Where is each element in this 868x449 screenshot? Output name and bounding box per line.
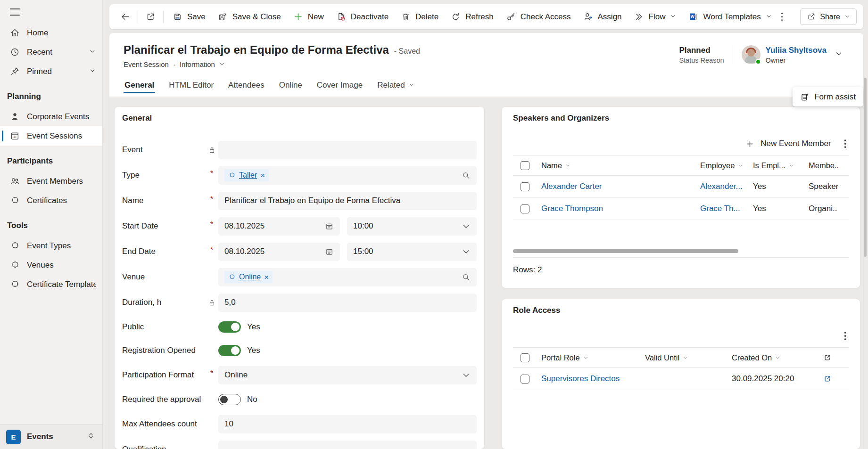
search-icon[interactable] — [462, 171, 471, 180]
app-switcher[interactable]: E Events — [0, 424, 102, 449]
start-date-field[interactable]: 08.10.2025 — [218, 217, 340, 236]
save-close-button[interactable]: Save & Close — [212, 8, 287, 26]
owner-name[interactable]: Yuliia Shyltsova — [766, 46, 827, 55]
field-end-date: End Date * 08.10.2025 15:00 — [122, 239, 477, 264]
partial-field[interactable] — [218, 441, 477, 449]
chevron-updown-icon[interactable] — [87, 432, 95, 442]
column-header-member[interactable]: Membe.. — [809, 161, 849, 170]
event-field[interactable] — [218, 141, 477, 159]
remove-tag-icon[interactable]: × — [260, 171, 265, 180]
registration-toggle[interactable] — [218, 345, 241, 356]
tab-related[interactable]: Related — [377, 81, 414, 97]
venue-tag[interactable]: Online × — [224, 271, 273, 283]
puzzle-icon — [10, 279, 20, 289]
role-access-more-button[interactable] — [842, 332, 849, 340]
lock-icon — [208, 146, 216, 154]
end-time-field[interactable]: 15:00 — [347, 243, 477, 261]
duration-field[interactable]: 5,0 — [218, 294, 477, 312]
owner-block[interactable]: Yuliia Shyltsova Owner — [742, 45, 827, 64]
end-date-field[interactable]: 08.10.2025 — [218, 243, 340, 261]
column-header-valid-until[interactable]: Valid Until — [645, 353, 732, 362]
sidebar-item-event-members[interactable]: Event Members — [0, 171, 102, 191]
public-toggle[interactable] — [218, 321, 241, 333]
table-row[interactable]: Alexander Carter Alexander... Yes Speake… — [513, 176, 849, 198]
check-access-button[interactable]: Check Access — [500, 8, 577, 26]
tab-general[interactable]: General — [124, 81, 154, 97]
table-row[interactable]: Grace Thompson Grace Th... Yes Organi.. — [513, 198, 849, 220]
sidebar-item-certificate-templates[interactable]: Certificate Templates — [0, 275, 102, 294]
name-field[interactable]: Planificar el Trabajo en Equipo de Forma… — [218, 192, 477, 210]
portal-role-link[interactable]: Supervisores Directos — [541, 374, 620, 383]
sidebar-item-recent[interactable]: Recent — [0, 42, 102, 62]
employee-link[interactable]: Grace Th... — [700, 204, 740, 213]
chevron-down-icon[interactable] — [89, 48, 96, 57]
sidebar-item-pinned[interactable]: Pinned — [0, 62, 102, 81]
remove-tag-icon[interactable]: × — [264, 273, 269, 281]
select-all-checkbox[interactable] — [521, 353, 529, 362]
sidebar-item-home[interactable]: Home — [0, 23, 102, 42]
employee-link[interactable]: Alexander... — [700, 182, 743, 191]
column-header-employee[interactable]: Employee — [700, 161, 753, 170]
required-marker: * — [210, 248, 214, 253]
chevron-down-icon[interactable] — [462, 247, 471, 256]
row-checkbox[interactable] — [521, 375, 529, 384]
delete-button[interactable]: Delete — [395, 8, 444, 26]
max-attendees-field[interactable]: 10 — [218, 415, 477, 433]
row-checkbox[interactable] — [521, 204, 529, 213]
column-header-is-employee[interactable]: Is Empl... — [753, 161, 809, 170]
chevron-down-icon[interactable] — [462, 222, 471, 231]
tag-label[interactable]: Online — [239, 273, 261, 281]
tab-online[interactable]: Online — [279, 81, 302, 97]
more-commands-button[interactable] — [778, 13, 786, 21]
sidebar-item-event-types[interactable]: Event Types — [0, 236, 102, 255]
horizontal-scrollbar[interactable] — [513, 249, 738, 253]
row-checkbox[interactable] — [521, 182, 529, 191]
search-icon[interactable] — [462, 273, 471, 282]
column-header-name[interactable]: Name — [541, 161, 700, 170]
participation-format-select[interactable]: Online — [218, 366, 477, 384]
hamburger-menu-icon[interactable] — [10, 8, 20, 16]
save-button[interactable]: Save — [167, 8, 211, 26]
form-body: General Event Type * — [109, 97, 863, 449]
tab-html-editor[interactable]: HTML Editor — [169, 81, 214, 97]
calendar-icon[interactable] — [325, 247, 334, 256]
new-event-member-button[interactable]: New Event Member — [745, 139, 831, 148]
deactivate-button[interactable]: Deactivate — [331, 8, 394, 26]
tab-cover-image[interactable]: Cover Image — [317, 81, 363, 97]
back-button[interactable] — [116, 8, 134, 26]
chevron-down-icon[interactable] — [219, 60, 225, 68]
share-button[interactable]: Share — [800, 8, 857, 25]
table-row[interactable]: Supervisores Directos 30.09.2025 20:20 — [513, 368, 849, 390]
approval-toggle[interactable] — [218, 394, 241, 405]
form-selector[interactable]: Information — [180, 60, 215, 68]
vertical-scrollbar[interactable] — [864, 78, 867, 257]
sidebar-item-venues[interactable]: Venues — [0, 255, 102, 275]
start-time-field[interactable]: 10:00 — [347, 217, 477, 236]
select-all-checkbox[interactable] — [521, 161, 529, 170]
open-record-icon[interactable] — [823, 375, 832, 383]
word-templates-button[interactable]: Word Templates — [683, 8, 777, 26]
column-header-created-on[interactable]: Created On — [732, 353, 823, 362]
member-name-link[interactable]: Grace Thompson — [541, 204, 603, 213]
sidebar-item-corporate-events[interactable]: Corporate Events — [0, 107, 102, 126]
venue-lookup-field[interactable]: Online × — [218, 268, 477, 286]
chevron-down-icon[interactable] — [462, 371, 471, 380]
type-tag[interactable]: Taller × — [224, 169, 269, 181]
assign-button[interactable]: Assign — [578, 8, 628, 26]
tab-attendees[interactable]: Attendees — [228, 81, 265, 97]
tag-label[interactable]: Taller — [239, 171, 257, 180]
speakers-more-button[interactable] — [842, 139, 849, 148]
column-header-portal-role[interactable]: Portal Role — [541, 353, 645, 362]
calendar-icon[interactable] — [325, 222, 334, 231]
new-button[interactable]: New — [288, 8, 330, 26]
type-lookup-field[interactable]: Taller × — [218, 166, 477, 185]
chevron-down-icon[interactable] — [835, 50, 843, 60]
refresh-button[interactable]: Refresh — [445, 8, 499, 26]
chevron-down-icon[interactable] — [89, 67, 96, 76]
sidebar-item-certificates[interactable]: Certificates — [0, 191, 102, 210]
form-assist-button[interactable]: Form assist — [793, 87, 863, 106]
member-name-link[interactable]: Alexander Carter — [541, 182, 602, 191]
popout-button[interactable] — [141, 8, 160, 26]
flow-button[interactable]: Flow — [628, 8, 682, 26]
sidebar-item-event-sessions[interactable]: Event Sessions — [0, 126, 102, 146]
